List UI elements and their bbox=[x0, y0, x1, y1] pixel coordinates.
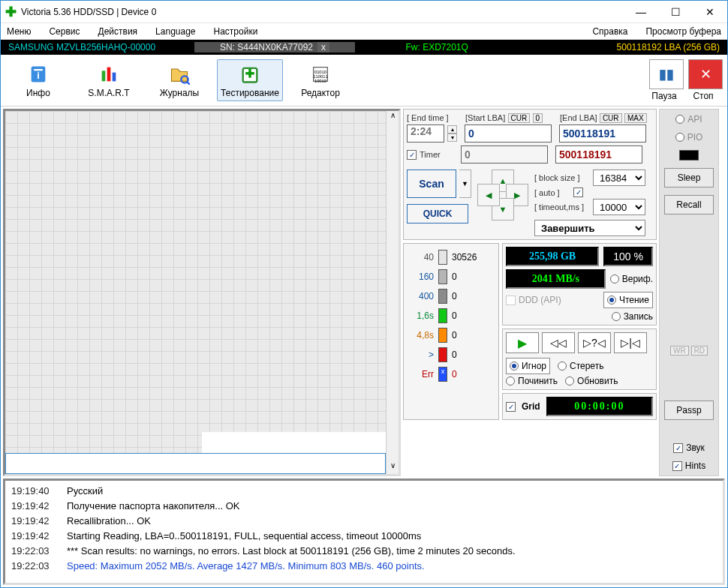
ignore-radio[interactable]: Игнор bbox=[506, 358, 550, 374]
endtime-label: [ End time ] bbox=[407, 113, 449, 122]
timeout-select[interactable]: 10000 bbox=[593, 199, 645, 215]
timeout-label: [ timeout,ms ] bbox=[534, 202, 590, 212]
grid-label: Grid bbox=[522, 401, 540, 412]
erase-radio[interactable]: Стереть bbox=[558, 361, 603, 371]
minimize-button[interactable]: — bbox=[624, 1, 658, 23]
window-title: Victoria 5.36 HDD/SSD | Device 0 bbox=[21, 7, 624, 17]
repair-radio[interactable]: Починить bbox=[506, 376, 558, 386]
control-pane: [ End time ] [Start LBA] CUR 0 [End LBA]… bbox=[403, 109, 657, 476]
menu-help[interactable]: Справка bbox=[592, 26, 627, 37]
pause-button[interactable]: ▮▮ bbox=[649, 59, 684, 89]
startlba-cur-button[interactable]: CUR bbox=[508, 113, 531, 123]
tool-journals[interactable]: Журналы bbox=[146, 59, 212, 101]
timing-4-8s-label: 4,8s bbox=[408, 330, 434, 340]
speed-lcd: 2041 MB/s bbox=[506, 269, 606, 289]
timing-4-8s-value: 0 bbox=[452, 330, 457, 340]
percent-display: 100 % bbox=[603, 247, 653, 266]
seek-random-button[interactable]: ▷?◁ bbox=[578, 332, 611, 353]
hints-checkbox[interactable]: ✓ bbox=[672, 461, 682, 471]
endtime-spinner[interactable]: ▴▾ bbox=[447, 125, 457, 142]
menu-buffer-view[interactable]: Просмотр буфера bbox=[645, 26, 721, 37]
timing-40-value: 30526 bbox=[452, 252, 477, 262]
recall-button[interactable]: Recall bbox=[664, 195, 714, 214]
menu-service[interactable]: Сервис bbox=[49, 26, 80, 37]
seek-edges-button[interactable]: ▷|◁ bbox=[614, 332, 647, 353]
write-radio[interactable]: Запись bbox=[612, 311, 653, 322]
timing-160-label: 160 bbox=[408, 272, 434, 282]
tool-smart[interactable]: S.M.A.R.T bbox=[76, 59, 142, 101]
close-button[interactable]: ✕ bbox=[693, 1, 727, 23]
menu-actions[interactable]: Действия bbox=[98, 26, 138, 37]
tool-editor[interactable]: 0101011001110010 Редактор bbox=[287, 59, 353, 101]
sound-label: Звук bbox=[686, 442, 705, 453]
play-button[interactable]: ▶ bbox=[506, 332, 539, 353]
wr-indicator: WR bbox=[670, 346, 689, 356]
size-lcd: 255,98 GB bbox=[506, 247, 599, 266]
sound-checkbox[interactable]: ✓ bbox=[673, 443, 683, 453]
endlba-max-button[interactable]: MAX bbox=[624, 113, 647, 123]
nav-diamond: ▲ ▶ ▼ ◀ bbox=[477, 170, 528, 220]
tool-testing[interactable]: Тестирование bbox=[217, 59, 283, 101]
read-radio[interactable]: Чтение bbox=[603, 292, 653, 308]
finish-action-select[interactable]: Завершить bbox=[534, 220, 645, 236]
timing-160-value: 0 bbox=[452, 272, 457, 282]
verify-radio[interactable]: Вериф. bbox=[610, 274, 653, 284]
quick-button[interactable]: QUICK bbox=[407, 204, 468, 224]
scroll-down-icon[interactable]: ∨ bbox=[387, 461, 399, 474]
menu-language[interactable]: Language bbox=[155, 26, 195, 37]
log-row: 19:19:42Получение паспорта накопителя...… bbox=[11, 499, 717, 514]
startlba-zero-button[interactable]: 0 bbox=[533, 113, 543, 123]
log-row: 19:19:42Recallibration... OK bbox=[11, 514, 717, 529]
rd-indicator: RD bbox=[691, 346, 708, 356]
auto-checkbox[interactable]: ✓ bbox=[573, 188, 583, 197]
timer-start-input[interactable] bbox=[461, 146, 548, 164]
timer-end-input[interactable] bbox=[555, 146, 642, 164]
timing-1-6s-label: 1,6s bbox=[408, 310, 434, 321]
device-model: SAMSUNG MZVLB256HAHQ-00000 bbox=[1, 42, 194, 52]
stop-button[interactable]: ✕ bbox=[688, 59, 723, 89]
hints-label: Hints bbox=[685, 460, 705, 471]
passp-button[interactable]: Passp bbox=[664, 400, 714, 420]
timing-40-label: 40 bbox=[408, 252, 434, 262]
blocksize-label: [ block size ] bbox=[534, 173, 590, 182]
grid-checkbox[interactable]: ✓ bbox=[506, 402, 516, 412]
titlebar: ✚ Victoria 5.36 HDD/SSD | Device 0 — ☐ ✕ bbox=[1, 1, 727, 23]
refresh-radio[interactable]: Обновить bbox=[565, 376, 618, 386]
timing-1-6s-value: 0 bbox=[452, 310, 457, 321]
timer-checkbox[interactable]: ✓ bbox=[407, 150, 417, 160]
nav-left-button[interactable]: ◀ bbox=[477, 184, 500, 206]
editor-icon: 0101011001110010 bbox=[288, 62, 353, 86]
tool-info[interactable]: i Инфо bbox=[5, 59, 71, 101]
right-sidebar: API PIO Sleep Recall WR RD Passp ✓ Звук … bbox=[659, 109, 719, 476]
map-scrollbar[interactable]: ∧ ∨ bbox=[386, 111, 399, 474]
menu-settings[interactable]: Настройки bbox=[214, 26, 258, 37]
endtime-value: 2:24 bbox=[407, 124, 444, 142]
sleep-button[interactable]: Sleep bbox=[664, 168, 714, 188]
timing-panel: 4030526 1600 4000 1,6s0 4,8s0 >0 Errx0 bbox=[403, 243, 499, 420]
pio-radio[interactable]: PIO bbox=[675, 132, 703, 142]
timing-400-label: 400 bbox=[408, 291, 434, 302]
rewind-button[interactable]: ◁◁ bbox=[542, 332, 575, 353]
startlba-input[interactable] bbox=[465, 124, 552, 142]
svg-text:10010: 10010 bbox=[314, 79, 327, 83]
scan-dropdown-icon[interactable]: ▼ bbox=[459, 170, 471, 198]
clock-lcd: 00:00:00 bbox=[546, 397, 653, 416]
blocksize-select[interactable]: 16384 bbox=[593, 170, 645, 186]
smart-icon bbox=[77, 62, 141, 86]
device-serial: SN: S444NX0KA77092x bbox=[194, 42, 355, 52]
menu-menu[interactable]: Меню bbox=[7, 26, 31, 37]
menubar: Меню Сервис Действия Language Настройки … bbox=[1, 23, 727, 40]
scroll-up-icon[interactable]: ∧ bbox=[387, 111, 399, 124]
status-led bbox=[679, 150, 699, 160]
scan-button[interactable]: Scan bbox=[407, 170, 456, 198]
timing-gt-value: 0 bbox=[452, 350, 457, 360]
endlba-cur-button[interactable]: CUR bbox=[600, 113, 622, 123]
ddd-checkbox[interactable] bbox=[506, 296, 516, 305]
endlba-input[interactable] bbox=[559, 124, 646, 142]
api-radio[interactable]: API bbox=[675, 114, 702, 124]
sn-close-icon[interactable]: x bbox=[317, 42, 329, 52]
endlba-label: [End LBA] bbox=[560, 113, 597, 122]
info-icon: i bbox=[6, 62, 71, 86]
maximize-button[interactable]: ☐ bbox=[658, 1, 693, 23]
timing-err-value: 0 bbox=[452, 369, 457, 380]
